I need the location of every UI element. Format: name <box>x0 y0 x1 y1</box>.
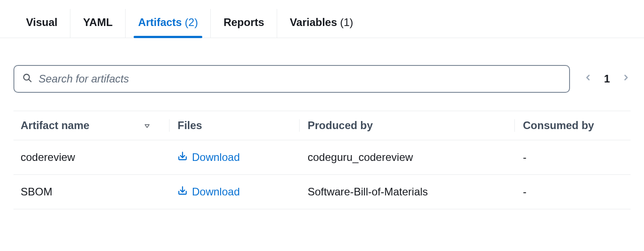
download-label: Download <box>192 151 240 164</box>
tabs-bar: Visual YAML Artifacts (2) Reports Variab… <box>0 0 644 38</box>
table-row: SBOM Download Software-Bill-of-Materials… <box>13 175 631 209</box>
cell-consumed-by: - <box>515 151 627 164</box>
column-header-produced[interactable]: Produced by <box>300 119 515 132</box>
table-header: Artifact name Files Produced by Consumed… <box>13 111 631 140</box>
tab-label: Reports <box>223 16 264 28</box>
tab-yaml[interactable]: YAML <box>70 9 126 38</box>
tab-reports[interactable]: Reports <box>211 9 277 38</box>
cell-artifact-name: codereview <box>17 151 170 164</box>
cell-files: Download <box>170 151 300 164</box>
tab-count: (2) <box>185 16 198 28</box>
tab-label: Artifacts <box>138 16 182 28</box>
search-input[interactable] <box>39 73 561 85</box>
search-icon <box>22 73 32 85</box>
download-label: Download <box>192 186 240 198</box>
tab-visual[interactable]: Visual <box>13 9 70 38</box>
tab-label: YAML <box>83 16 113 28</box>
column-label: Files <box>178 119 202 132</box>
download-icon <box>178 151 187 164</box>
tab-label: Visual <box>26 16 57 28</box>
download-link[interactable]: Download <box>178 186 240 198</box>
cell-produced-by: Software-Bill-of-Materials <box>300 186 515 198</box>
column-label: Consumed by <box>523 119 594 132</box>
artifacts-table: Artifact name Files Produced by Consumed… <box>13 111 631 209</box>
svg-line-1 <box>29 79 31 82</box>
download-icon <box>178 186 187 198</box>
column-header-files[interactable]: Files <box>170 119 300 132</box>
svg-marker-2 <box>145 125 149 127</box>
download-link[interactable]: Download <box>178 151 240 164</box>
cell-files: Download <box>170 186 300 198</box>
sort-icon <box>143 119 151 132</box>
pagination: 1 <box>583 71 631 87</box>
column-label: Artifact name <box>21 119 89 132</box>
cell-artifact-name: SBOM <box>17 186 170 198</box>
cell-produced-by: codeguru_codereview <box>300 151 515 164</box>
column-header-name[interactable]: Artifact name <box>17 119 170 132</box>
column-label: Produced by <box>308 119 373 132</box>
prev-page-icon[interactable] <box>583 71 592 87</box>
tab-label: Variables <box>290 16 337 28</box>
tab-artifacts[interactable]: Artifacts (2) <box>126 9 211 38</box>
toolbar: 1 <box>13 65 631 93</box>
column-header-consumed[interactable]: Consumed by <box>515 119 627 132</box>
next-page-icon[interactable] <box>622 71 631 87</box>
table-row: codereview Download codeguru_codereview … <box>13 140 631 175</box>
content-area: 1 Artifact name Files Produced by Consum… <box>0 38 644 209</box>
tab-count: (1) <box>340 16 353 28</box>
tab-variables[interactable]: Variables (1) <box>277 9 366 38</box>
cell-consumed-by: - <box>515 186 627 198</box>
search-field-wrap <box>13 65 570 93</box>
page-number: 1 <box>604 73 610 85</box>
